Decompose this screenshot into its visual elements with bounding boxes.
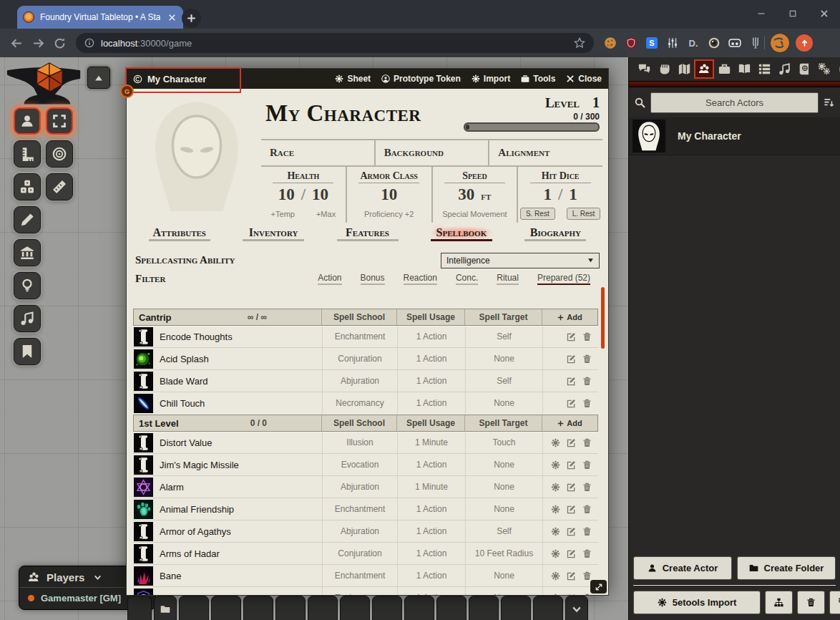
spell-name[interactable]: Bane: [160, 571, 181, 581]
glasses-extension[interactable]: [728, 37, 741, 49]
spell-name[interactable]: Chill Touch: [160, 398, 205, 409]
profile-avatar[interactable]: [771, 34, 789, 52]
actor-avatar[interactable]: [633, 120, 665, 152]
delete-spell-icon[interactable]: [582, 399, 592, 408]
new-tab-button[interactable]: [182, 9, 201, 28]
sidebar-tab-scenes[interactable]: [674, 59, 694, 79]
macro-slot[interactable]: [501, 596, 531, 620]
5etools-import-button[interactable]: 5etools Import: [633, 591, 761, 614]
spell-icon-scroll[interactable]: [134, 372, 153, 391]
spell-row[interactable]: BaneEnchantment1 ActionNone: [133, 565, 598, 587]
spell-name[interactable]: Animal Friendship: [160, 504, 234, 515]
tool-measure[interactable]: [14, 140, 41, 168]
hitdice-max[interactable]: 1: [569, 185, 577, 204]
ublock-extension[interactable]: [625, 37, 638, 49]
short-rest-button[interactable]: S. Rest: [520, 208, 555, 220]
macro-slot[interactable]: [308, 596, 338, 620]
spell-name[interactable]: Jim's Magic Missile: [160, 460, 239, 470]
tool-dice[interactable]: [14, 173, 41, 200]
macro-slot[interactable]: [275, 596, 306, 620]
tool-tape[interactable]: [46, 173, 73, 200]
long-rest-button[interactable]: L. Rest: [567, 208, 601, 220]
spell-name[interactable]: Distort Value: [160, 437, 212, 448]
spell-row[interactable]: Armor of AgathysAbjuration1 ActionSelf: [133, 520, 598, 543]
folder-tree-button[interactable]: [765, 591, 793, 614]
actor-name[interactable]: My Character: [678, 130, 741, 142]
hitdice-current[interactable]: 1: [543, 185, 552, 204]
spell-name[interactable]: Bless: [160, 593, 182, 596]
tab-attributes[interactable]: Attributes: [132, 226, 226, 247]
spell-icon-scroll[interactable]: [134, 544, 153, 563]
filter-reaction[interactable]: Reaction: [394, 273, 446, 285]
hotbar-page-down-button[interactable]: [565, 596, 588, 620]
edit-spell-icon[interactable]: [567, 332, 576, 342]
spell-icon-scroll[interactable]: [134, 522, 153, 541]
spell-name[interactable]: Blade Ward: [160, 376, 207, 387]
spell-icon-alarm[interactable]: [134, 478, 153, 497]
tab-features[interactable]: Features: [321, 226, 414, 247]
macro-slot[interactable]: [243, 596, 273, 620]
tool-notes[interactable]: [14, 338, 41, 365]
game-canvas[interactable]: Players Gamemaster [GM] My Character She…: [0, 57, 840, 620]
actor-list-item[interactable]: My Character: [629, 117, 840, 155]
macro-slot[interactable]: [340, 596, 370, 620]
ac-value[interactable]: 10: [381, 185, 397, 204]
browser-tab[interactable]: Foundry Virtual Tabletop • A Stan: [17, 6, 183, 29]
macro-slot[interactable]: [533, 596, 563, 620]
cookie-extension[interactable]: [604, 37, 617, 49]
xp-text[interactable]: 0 / 300: [573, 112, 600, 122]
address-bar[interactable]: localhost:30000/game: [76, 33, 594, 53]
hp-temp-label[interactable]: +Temp: [271, 210, 295, 218]
create-actor-button[interactable]: Create Actor: [633, 556, 732, 580]
hp-tempmax-label[interactable]: +Max: [316, 210, 336, 218]
edit-spell-icon[interactable]: [567, 594, 576, 596]
tool-lighting[interactable]: [14, 272, 41, 299]
reload-button[interactable]: [49, 32, 70, 54]
macro-slot[interactable]: [436, 596, 467, 620]
tab-close-icon[interactable]: [166, 11, 177, 23]
sidebar-tab-playlists[interactable]: [774, 59, 794, 79]
spell-icon-paw[interactable]: [134, 500, 153, 519]
create-folder-button[interactable]: Create Folder: [737, 556, 836, 580]
sidebar-tab-journal[interactable]: [734, 59, 754, 79]
spell-name[interactable]: Encode Thoughts: [160, 331, 233, 342]
tool-token[interactable]: [14, 107, 41, 135]
sort-icon[interactable]: [824, 97, 834, 108]
delete-spell-icon[interactable]: [582, 460, 592, 470]
spell-row[interactable]: AlarmAbjuration1 MinuteNone: [133, 476, 598, 498]
spell-icon-bless[interactable]: [134, 588, 153, 596]
delete-spell-icon[interactable]: [582, 549, 592, 558]
sidebar-tab-combat[interactable]: [654, 59, 674, 79]
delete-spell-icon[interactable]: [582, 527, 592, 536]
tool-select[interactable]: [46, 107, 73, 135]
delete-spell-icon[interactable]: [582, 594, 592, 596]
edit-spell-icon[interactable]: [567, 438, 576, 447]
spell-name[interactable]: Armor of Agathys: [160, 526, 231, 537]
macro-folder-button[interactable]: [154, 596, 177, 620]
alignment-field[interactable]: Alignment: [488, 140, 602, 165]
macro-slot[interactable]: [372, 596, 402, 620]
delete-spell-icon[interactable]: [582, 332, 592, 342]
sidebar-tab-compendium[interactable]: [794, 59, 814, 79]
spell-row[interactable]: BlessEnchantment1 ActionNone: [133, 587, 598, 595]
section-slots[interactable]: 0 / 0: [250, 418, 321, 428]
edit-spell-icon[interactable]: [567, 505, 576, 514]
sidebar-tab-tables[interactable]: [754, 59, 774, 79]
prepare-spell-icon[interactable]: [551, 460, 560, 470]
speed-value[interactable]: 30: [458, 185, 474, 204]
prepare-spell-icon[interactable]: [551, 438, 560, 447]
spell-row[interactable]: Animal FriendshipEnchantment1 ActionNone: [133, 498, 598, 520]
race-field[interactable]: Race: [261, 140, 374, 165]
edit-spell-icon[interactable]: [567, 354, 576, 364]
delete-spell-icon[interactable]: [582, 438, 592, 447]
sidebar-tab-chat[interactable]: [634, 59, 654, 79]
sliders-extension[interactable]: [666, 37, 679, 49]
back-button[interactable]: [6, 32, 27, 54]
search-actors-input[interactable]: [650, 92, 819, 113]
spell-list-scrollbar[interactable]: [601, 287, 605, 349]
spell-row[interactable]: Encode ThoughtsEnchantment1 ActionSelf: [133, 326, 598, 348]
tool-drawings[interactable]: [14, 206, 41, 233]
prepare-spell-icon[interactable]: [551, 527, 560, 536]
spell-row[interactable]: Acid SplashConjuration1 ActionNone: [133, 348, 598, 370]
character-portrait[interactable]: [132, 92, 261, 223]
